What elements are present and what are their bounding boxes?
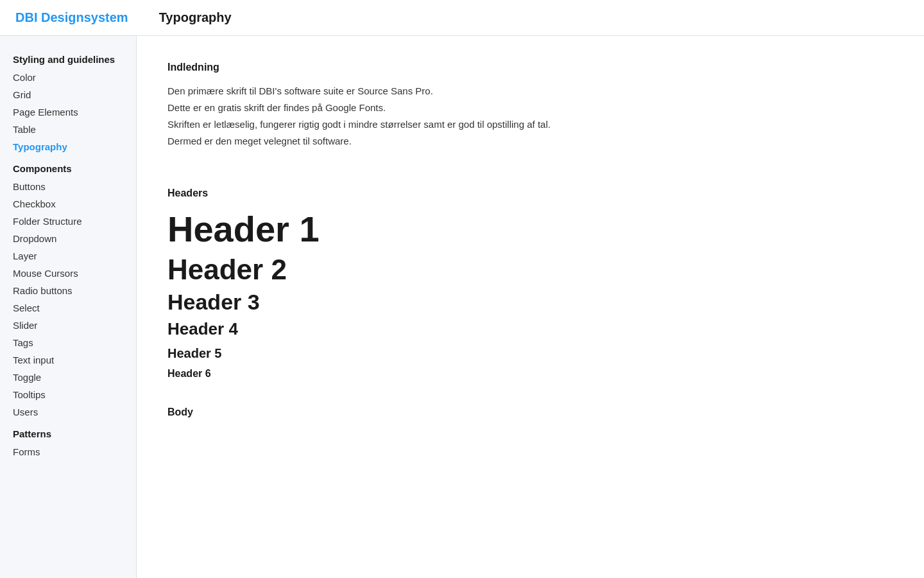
- intro-line-2: Dette er en gratis skrift der findes på …: [167, 100, 893, 116]
- sidebar-item-mouse-cursors[interactable]: Mouse Cursors: [0, 265, 136, 282]
- intro-section: Indledning Den primære skrift til DBI's …: [167, 62, 893, 149]
- sidebar-item-buttons[interactable]: Buttons: [0, 178, 136, 195]
- demo-header-5: Header 5: [167, 345, 893, 362]
- body-section: Body: [167, 407, 893, 418]
- sidebar-item-toggle[interactable]: Toggle: [0, 369, 136, 386]
- sidebar: Styling and guidelines Color Grid Page E…: [0, 36, 137, 578]
- sidebar-section-components: Components: [0, 155, 136, 178]
- intro-title: Indledning: [167, 62, 893, 73]
- sidebar-item-grid[interactable]: Grid: [0, 86, 136, 103]
- demo-header-4: Header 4: [167, 319, 893, 339]
- sidebar-item-users[interactable]: Users: [0, 403, 136, 421]
- intro-body: Den primære skrift til DBI's software su…: [167, 83, 893, 149]
- intro-line-1: Den primære skrift til DBI's software su…: [167, 83, 893, 99]
- main-content: Indledning Den primære skrift til DBI's …: [137, 36, 924, 578]
- page-title: Typography: [159, 10, 232, 25]
- sidebar-item-forms[interactable]: Forms: [0, 443, 136, 460]
- sidebar-item-text-input[interactable]: Text input: [0, 351, 136, 369]
- demo-header-6: Header 6: [167, 367, 893, 381]
- sidebar-item-folder-structure[interactable]: Folder Structure: [0, 213, 136, 230]
- demo-header-1: Header 1: [167, 209, 893, 249]
- layout: Styling and guidelines Color Grid Page E…: [0, 36, 924, 578]
- sidebar-item-checkbox[interactable]: Checkbox: [0, 195, 136, 213]
- headers-section: Headers Header 1 Header 2 Header 3 Heade…: [167, 188, 893, 381]
- sidebar-item-tags[interactable]: Tags: [0, 334, 136, 351]
- demo-header-2: Header 2: [167, 254, 893, 285]
- sidebar-item-typography[interactable]: Typography: [0, 138, 136, 155]
- intro-line-4: Dermed er den meget velegnet til softwar…: [167, 134, 893, 149]
- sidebar-section-patterns: Patterns: [0, 421, 136, 443]
- intro-line-3: Skriften er letlæselig, fungerer rigtig …: [167, 117, 893, 132]
- sidebar-item-page-elements[interactable]: Page Elements: [0, 103, 136, 121]
- body-title: Body: [167, 407, 893, 418]
- sidebar-item-table[interactable]: Table: [0, 121, 136, 138]
- sidebar-item-color[interactable]: Color: [0, 69, 136, 86]
- brand-logo[interactable]: DBI Designsystem: [15, 10, 128, 25]
- sidebar-section-styling: Styling and guidelines: [0, 46, 136, 69]
- sidebar-item-select[interactable]: Select: [0, 299, 136, 317]
- sidebar-item-radio-buttons[interactable]: Radio buttons: [0, 282, 136, 299]
- sidebar-item-tooltips[interactable]: Tooltips: [0, 386, 136, 403]
- sidebar-item-dropdown[interactable]: Dropdown: [0, 230, 136, 247]
- demo-header-3: Header 3: [167, 290, 893, 314]
- headers-title: Headers: [167, 188, 893, 199]
- sidebar-item-slider[interactable]: Slider: [0, 317, 136, 334]
- top-header: DBI Designsystem Typography: [0, 0, 924, 36]
- sidebar-item-layer[interactable]: Layer: [0, 247, 136, 265]
